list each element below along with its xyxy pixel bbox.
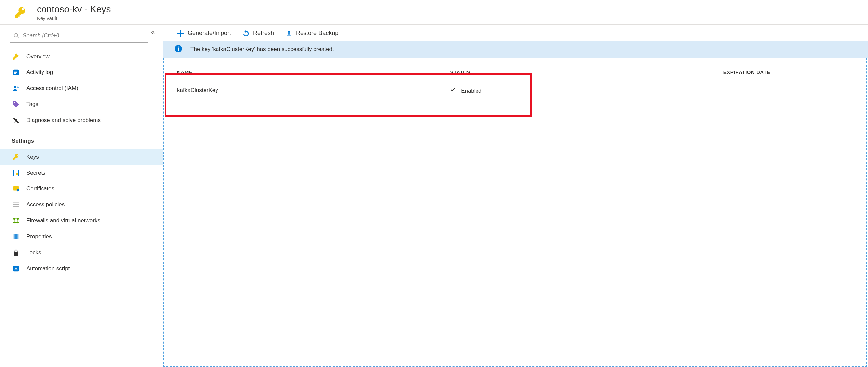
sidebar-item-label: Overview bbox=[26, 53, 50, 60]
col-expiration[interactable]: EXPIRATION DATE bbox=[720, 67, 857, 80]
sidebar-item-label: Access control (IAM) bbox=[26, 85, 79, 92]
main-content: Generate/Import Refresh Restore Backup T… bbox=[163, 25, 868, 367]
access-policies-icon bbox=[11, 200, 20, 209]
restore-backup-button[interactable]: Restore Backup bbox=[285, 30, 338, 37]
properties-icon bbox=[11, 232, 20, 241]
plus-icon bbox=[176, 29, 184, 37]
sidebar-item-access-control[interactable]: Access control (IAM) bbox=[0, 80, 163, 96]
sidebar-item-locks[interactable]: Locks bbox=[0, 245, 163, 261]
key-icon bbox=[11, 52, 20, 61]
key-icon bbox=[13, 6, 28, 20]
table-header-row: NAME STATUS EXPIRATION DATE bbox=[174, 67, 857, 80]
cell-status: Enabled bbox=[446, 80, 719, 101]
success-notification: The key 'kafkaClusterKey' has been succe… bbox=[163, 40, 868, 58]
sidebar-item-label: Secrets bbox=[26, 170, 45, 176]
sidebar-item-overview[interactable]: Overview bbox=[0, 49, 163, 64]
page-subtitle: Key vault bbox=[37, 15, 111, 21]
sidebar-search[interactable] bbox=[10, 29, 149, 43]
svg-rect-7 bbox=[16, 173, 18, 175]
svg-rect-1 bbox=[14, 71, 17, 72]
sidebar-item-tags[interactable]: Tags bbox=[0, 96, 163, 112]
sidebar-item-label: Diagnose and solve problems bbox=[26, 117, 101, 124]
secrets-icon bbox=[11, 169, 20, 177]
sidebar-item-label: Locks bbox=[26, 249, 41, 256]
keys-panel: NAME STATUS EXPIRATION DATE kafkaCluster… bbox=[163, 58, 867, 367]
firewall-icon bbox=[11, 217, 20, 225]
search-input[interactable] bbox=[23, 32, 145, 39]
page-title: contoso-kv - Keys bbox=[37, 4, 111, 15]
svg-point-21 bbox=[178, 46, 179, 47]
sidebar-item-automation[interactable]: Automation script bbox=[0, 261, 163, 277]
sidebar: « Overview Activity log Access control (… bbox=[0, 25, 163, 367]
col-status[interactable]: STATUS bbox=[446, 67, 719, 80]
activity-log-icon bbox=[11, 68, 20, 77]
sidebar-item-label: Certificates bbox=[26, 186, 55, 192]
certificates-icon bbox=[11, 185, 20, 193]
sidebar-item-label: Firewalls and virtual networks bbox=[26, 218, 100, 224]
svg-rect-15 bbox=[15, 234, 17, 239]
svg-rect-18 bbox=[14, 270, 17, 270]
check-icon bbox=[450, 88, 458, 94]
restore-icon bbox=[285, 30, 292, 37]
sidebar-item-label: Automation script bbox=[26, 265, 70, 272]
svg-rect-20 bbox=[178, 48, 179, 51]
cell-expiration bbox=[720, 80, 857, 101]
svg-rect-14 bbox=[13, 234, 15, 239]
lock-icon bbox=[11, 248, 20, 257]
refresh-icon bbox=[242, 30, 250, 37]
sidebar-item-properties[interactable]: Properties bbox=[0, 229, 163, 245]
key-icon bbox=[11, 152, 20, 161]
svg-point-9 bbox=[17, 189, 19, 192]
sidebar-item-diagnose[interactable]: Diagnose and solve problems bbox=[0, 112, 163, 128]
page-header: contoso-kv - Keys Key vault bbox=[0, 0, 868, 25]
sidebar-item-label: Access policies bbox=[26, 201, 65, 208]
svg-rect-16 bbox=[17, 234, 19, 239]
automation-icon bbox=[11, 264, 20, 273]
notification-message: The key 'kafkaClusterKey' has been succe… bbox=[190, 46, 334, 53]
sidebar-item-firewalls[interactable]: Firewalls and virtual networks bbox=[0, 213, 163, 229]
sidebar-item-activity-log[interactable]: Activity log bbox=[0, 64, 163, 80]
svg-point-4 bbox=[14, 86, 16, 88]
toolbar-label: Refresh bbox=[253, 30, 274, 36]
collapse-sidebar-button[interactable]: « bbox=[151, 28, 155, 35]
toolbar-label: Generate/Import bbox=[188, 30, 231, 36]
svg-rect-3 bbox=[14, 74, 16, 74]
table-row[interactable]: kafkaClusterKey Enabled bbox=[174, 80, 857, 101]
generate-import-button[interactable]: Generate/Import bbox=[176, 29, 231, 37]
search-icon bbox=[13, 33, 19, 38]
sidebar-item-secrets[interactable]: Secrets bbox=[0, 165, 163, 181]
sidebar-group-settings: Settings bbox=[10, 128, 158, 149]
info-icon bbox=[174, 45, 182, 54]
sidebar-item-access-policies[interactable]: Access policies bbox=[0, 197, 163, 213]
keys-table: NAME STATUS EXPIRATION DATE kafkaCluster… bbox=[174, 67, 857, 102]
svg-point-5 bbox=[17, 86, 19, 88]
toolbar: Generate/Import Refresh Restore Backup bbox=[163, 25, 868, 40]
diagnose-icon bbox=[11, 116, 20, 125]
sidebar-item-label: Activity log bbox=[26, 69, 53, 76]
col-name[interactable]: NAME bbox=[174, 67, 446, 80]
sidebar-item-certificates[interactable]: Certificates bbox=[0, 181, 163, 197]
cell-name: kafkaClusterKey bbox=[174, 80, 446, 101]
sidebar-item-label: Tags bbox=[26, 101, 38, 108]
refresh-button[interactable]: Refresh bbox=[242, 30, 274, 37]
sidebar-item-label: Keys bbox=[26, 153, 39, 160]
access-control-icon bbox=[11, 84, 20, 93]
sidebar-item-keys[interactable]: Keys bbox=[0, 149, 163, 165]
tag-icon bbox=[11, 100, 20, 109]
sidebar-item-label: Properties bbox=[26, 233, 52, 240]
toolbar-label: Restore Backup bbox=[296, 30, 338, 36]
svg-rect-2 bbox=[14, 72, 17, 73]
